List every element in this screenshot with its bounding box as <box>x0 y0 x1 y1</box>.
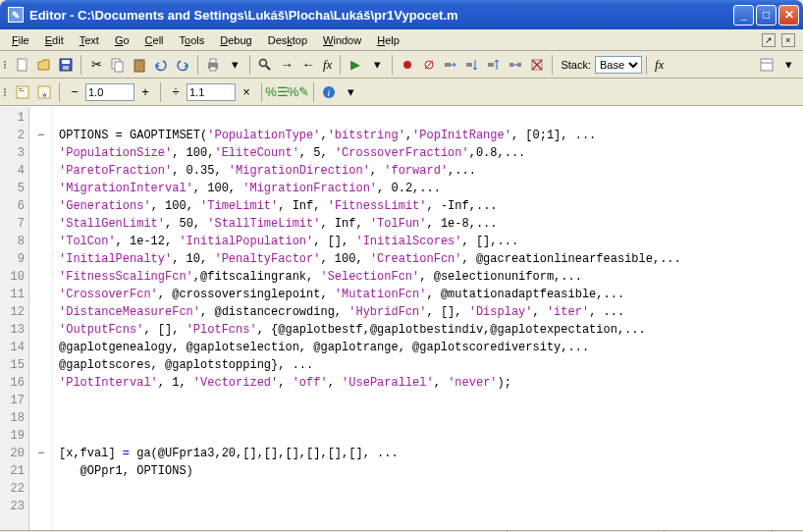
svg-rect-11 <box>210 67 216 71</box>
exit-debug-button[interactable] <box>526 54 548 76</box>
app-icon: ✎ <box>8 7 24 23</box>
open-file-button[interactable] <box>33 54 55 76</box>
svg-rect-20 <box>509 63 513 67</box>
new-file-button[interactable] <box>12 54 33 76</box>
editor-area[interactable]: 1234567891011121314151617181920212223 − … <box>0 106 803 530</box>
run-button[interactable]: ▶ <box>345 54 366 76</box>
print-dropdown-icon[interactable]: ▾ <box>224 54 245 76</box>
svg-rect-8 <box>136 59 142 62</box>
svg-rect-21 <box>517 63 521 67</box>
copy-button[interactable] <box>107 54 129 76</box>
divide-button[interactable]: ÷ <box>165 81 187 103</box>
code-content[interactable]: OPTIONS = GAOPTIMSET('PopulationType','b… <box>53 107 803 530</box>
breakpoint-clear-button[interactable] <box>418 54 440 76</box>
eval-cell-advance-button[interactable] <box>33 81 55 103</box>
svg-rect-25 <box>761 59 773 71</box>
line-gutter[interactable]: 1234567891011121314151617181920212223 <box>0 107 29 530</box>
increment-button[interactable]: + <box>134 81 156 103</box>
step-in-button[interactable] <box>461 54 483 76</box>
stack-select[interactable]: Base <box>595 56 642 74</box>
menu-debug[interactable]: Debug <box>212 32 259 48</box>
titlebar[interactable]: ✎ Editor - C:\Documents and Settings\Luk… <box>0 0 803 29</box>
svg-point-14 <box>403 61 411 69</box>
svg-rect-27 <box>17 86 28 98</box>
menu-file[interactable]: File <box>4 32 37 48</box>
decrement-button[interactable]: − <box>64 81 85 103</box>
step-out-button[interactable] <box>483 54 505 76</box>
window-title: Editor - C:\Documents and Settings\Lukáš… <box>29 8 733 23</box>
svg-rect-30 <box>38 86 50 98</box>
stack-label: Stack: <box>557 59 595 71</box>
layout-button[interactable] <box>756 54 777 76</box>
goto-back-button[interactable]: ← <box>297 54 319 76</box>
svg-rect-28 <box>19 88 23 89</box>
menubar: File Edit Text Go Cell Tools Debug Deskt… <box>0 29 803 51</box>
toolbar-cell: − + ÷ × %☰ %✎ i ▾ <box>0 79 803 106</box>
fx-button[interactable]: fx <box>651 57 668 73</box>
menu-cell[interactable]: Cell <box>137 32 172 48</box>
maximize-button[interactable]: □ <box>756 5 776 26</box>
paste-button[interactable] <box>129 54 150 76</box>
cut-button[interactable]: ✂ <box>85 54 107 76</box>
svg-line-13 <box>266 66 270 70</box>
svg-rect-1 <box>24 59 27 62</box>
undo-button[interactable] <box>150 54 172 76</box>
svg-rect-17 <box>445 63 451 67</box>
increment-value-input[interactable] <box>85 83 134 101</box>
continue-button[interactable] <box>505 54 526 76</box>
info-dropdown-icon[interactable]: ▾ <box>340 81 361 103</box>
eval-cell-button[interactable] <box>12 81 33 103</box>
save-button[interactable] <box>55 54 77 76</box>
menu-window[interactable]: Window <box>315 32 369 48</box>
fold-column[interactable]: − − <box>29 107 53 530</box>
menu-desktop[interactable]: Desktop <box>260 32 315 48</box>
svg-rect-19 <box>488 63 494 67</box>
multiply-value-input[interactable] <box>187 83 236 101</box>
svg-rect-18 <box>466 63 472 67</box>
find-button[interactable] <box>254 54 276 76</box>
dock-arrow-icon[interactable]: ↗ <box>762 33 776 47</box>
grip-icon <box>4 82 10 102</box>
svg-point-12 <box>260 59 267 66</box>
svg-rect-3 <box>62 60 70 64</box>
redo-button[interactable] <box>172 54 193 76</box>
svg-rect-6 <box>115 62 123 72</box>
svg-rect-4 <box>63 66 69 70</box>
goto-button[interactable]: → <box>276 54 297 76</box>
print-button[interactable] <box>202 54 224 76</box>
minimize-button[interactable]: _ <box>733 5 754 26</box>
menu-text[interactable]: Text <box>72 32 107 48</box>
insert-function-button[interactable]: fx <box>319 57 336 73</box>
grip-icon <box>4 55 10 75</box>
svg-text:i: i <box>328 87 331 98</box>
cell-insert-text-button[interactable]: %✎ <box>288 81 309 103</box>
close-button[interactable]: ✕ <box>778 5 799 26</box>
menu-help[interactable]: Help <box>369 32 407 48</box>
svg-rect-29 <box>19 90 25 91</box>
dock-close-icon[interactable]: × <box>781 33 795 47</box>
step-button[interactable] <box>440 54 461 76</box>
cell-insert-break-button[interactable]: %☰ <box>266 81 288 103</box>
layout-dropdown-icon[interactable]: ▾ <box>777 54 799 76</box>
multiply-button[interactable]: × <box>236 81 257 103</box>
run-dropdown-icon[interactable]: ▾ <box>366 54 388 76</box>
svg-rect-10 <box>210 59 216 63</box>
menu-edit[interactable]: Edit <box>37 32 72 48</box>
info-button[interactable]: i <box>318 81 340 103</box>
breakpoint-set-button[interactable] <box>397 54 418 76</box>
menu-tools[interactable]: Tools <box>172 32 213 48</box>
menu-go[interactable]: Go <box>107 32 137 48</box>
toolbar-main: ✂ ▾ → ← fx ▶ ▾ Stack: <box>0 51 803 79</box>
